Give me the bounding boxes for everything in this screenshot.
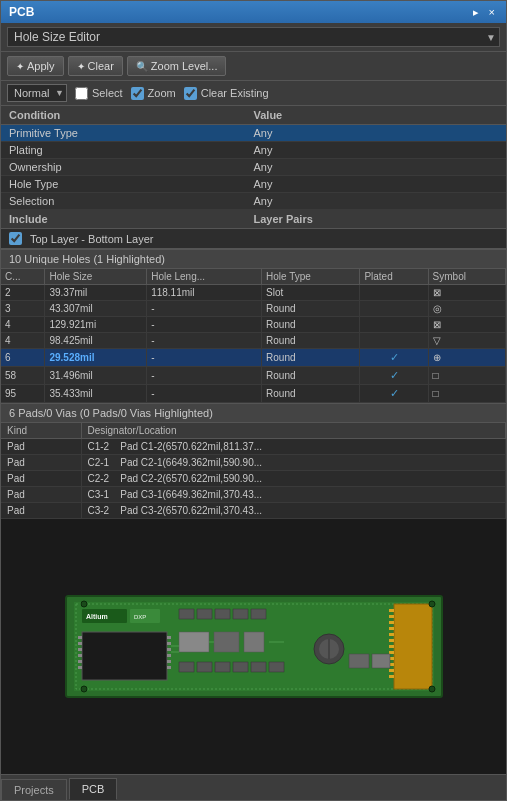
layer-pair-value: Top Layer - Bottom Layer	[30, 233, 498, 245]
pads-header-row: Kind Designator/Location	[1, 423, 506, 439]
table-row[interactable]: Pad C2-2 Pad C2-2(6570.622mil,590.90...	[1, 471, 506, 487]
plated-check-icon: ✓	[390, 387, 399, 399]
include-col-header: Include	[9, 213, 254, 225]
tab-pcb[interactable]: PCB	[69, 778, 118, 800]
condition-row-selection[interactable]: Selection Any	[1, 193, 506, 210]
table-row[interactable]: Pad C3-2 Pad C3-2(6570.622mil,370.43...	[1, 503, 506, 519]
table-row-highlighted[interactable]: 6 29.528mil - Round ✓ ⊕	[1, 349, 506, 367]
pads-section: 6 Pads/0 Vias (0 Pads/0 Vias Highlighted…	[1, 403, 506, 519]
zoom-icon: 🔍	[136, 61, 148, 72]
title-bar: PCB ▸ ×	[1, 1, 506, 23]
svg-rect-13	[78, 666, 82, 669]
table-row[interactable]: 2 39.37mil 118.11mil Slot ⊠	[1, 285, 506, 301]
svg-rect-28	[394, 604, 432, 689]
holes-table-wrapper: C... Hole Size Hole Leng... Hole Type Pl…	[1, 269, 506, 403]
svg-rect-10	[78, 648, 82, 651]
svg-rect-29	[389, 609, 394, 612]
table-row[interactable]: 4 129.921mi - Round ⊠	[1, 317, 506, 333]
clear-existing-checkbox[interactable]	[184, 87, 197, 100]
table-row[interactable]: Pad C1-2 Pad C1-2(6570.622mil,811.37...	[1, 439, 506, 455]
hole-symbol-col-header: Symbol	[428, 269, 505, 285]
clear-existing-checkbox-group[interactable]: Clear Existing	[184, 87, 269, 100]
svg-rect-59	[372, 654, 390, 668]
tool-selector[interactable]: Hole Size Editor	[7, 27, 500, 47]
table-row[interactable]: 58 31.496mil - Round ✓ □	[1, 367, 506, 385]
condition-row-primitive[interactable]: Primitive Type Any	[1, 125, 506, 142]
svg-rect-30	[389, 615, 394, 618]
svg-rect-33	[389, 633, 394, 636]
hole-size-col-header: Hole Size	[45, 269, 147, 285]
svg-rect-19	[167, 666, 171, 669]
holes-table: C... Hole Size Hole Leng... Hole Type Pl…	[1, 269, 506, 403]
plated-check-icon: ✓	[390, 369, 399, 381]
svg-rect-51	[215, 662, 230, 672]
select-checkbox-group[interactable]: Select	[75, 87, 123, 100]
table-row[interactable]: Pad C2-1 Pad C2-1(6649.362mil,590.90...	[1, 455, 506, 471]
svg-rect-27	[244, 632, 264, 652]
conditions-table: Condition Value Primitive Type Any Plati…	[1, 106, 506, 210]
filter-bar: Normal ▼ Select Zoom Clear Existing	[1, 81, 506, 106]
include-header: Include Layer Pairs	[1, 210, 506, 229]
svg-text:Altium: Altium	[86, 613, 108, 620]
zoom-checkbox[interactable]	[131, 87, 144, 100]
layer-pairs-col-header: Layer Pairs	[254, 213, 499, 225]
svg-rect-20	[179, 609, 194, 619]
condition-row-hole-type[interactable]: Hole Type Any	[1, 176, 506, 193]
include-section: Include Layer Pairs Top Layer - Bottom L…	[1, 210, 506, 249]
conditions-header: Condition Value	[1, 106, 506, 125]
svg-rect-52	[233, 662, 248, 672]
apply-icon: ✦	[16, 61, 24, 72]
hole-type-col-header: Hole Type	[262, 269, 360, 285]
clear-icon: ✦	[77, 61, 85, 72]
svg-rect-36	[389, 651, 394, 654]
tab-bar: Projects PCB	[1, 774, 506, 800]
filter-mode-selector[interactable]: Normal	[7, 84, 67, 102]
table-row[interactable]: 4 98.425mil - Round ▽	[1, 333, 506, 349]
svg-rect-26	[214, 632, 239, 652]
table-row[interactable]: 3 43.307mil - Round ◎	[1, 301, 506, 317]
apply-button[interactable]: ✦ Apply	[7, 56, 64, 76]
pcb-preview[interactable]: Altium DXP	[1, 519, 506, 774]
hole-length-col-header: Hole Leng...	[147, 269, 262, 285]
svg-rect-15	[167, 642, 171, 645]
table-row[interactable]: Pad C3-1 Pad C3-1(6649.362mil,370.43...	[1, 487, 506, 503]
svg-point-41	[81, 601, 87, 607]
svg-rect-40	[389, 675, 394, 678]
svg-rect-49	[179, 662, 194, 672]
zoom-checkbox-group[interactable]: Zoom	[131, 87, 176, 100]
clear-button[interactable]: ✦ Clear	[68, 56, 123, 76]
svg-rect-11	[78, 654, 82, 657]
svg-rect-17	[167, 654, 171, 657]
pad-kind-col-header: Kind	[1, 423, 81, 439]
layer-pair-checkbox[interactable]	[9, 232, 22, 245]
pads-table: Kind Designator/Location Pad C1-2 Pad C1…	[1, 423, 506, 519]
svg-rect-32	[389, 627, 394, 630]
zoom-level-button[interactable]: 🔍 Zoom Level...	[127, 56, 227, 76]
table-row[interactable]: 95 35.433mil - Round ✓ □	[1, 385, 506, 403]
svg-rect-16	[167, 648, 171, 651]
holes-title: 10 Unique Holes (1 Highlighted)	[9, 253, 165, 265]
condition-col-header: Condition	[9, 109, 254, 121]
window-title: PCB	[9, 5, 34, 19]
svg-rect-34	[389, 639, 394, 642]
svg-rect-35	[389, 645, 394, 648]
svg-rect-12	[78, 660, 82, 663]
include-row: Top Layer - Bottom Layer	[1, 229, 506, 248]
holes-table-header-row: C... Hole Size Hole Leng... Hole Type Pl…	[1, 269, 506, 285]
pin-button[interactable]: ▸	[470, 6, 482, 19]
pad-designator-col-header: Designator/Location	[81, 423, 506, 439]
holes-section: 10 Unique Holes (1 Highlighted) C... Hol…	[1, 249, 506, 403]
svg-point-44	[429, 686, 435, 692]
hole-plated-col-header: Plated	[360, 269, 428, 285]
close-button[interactable]: ×	[486, 6, 498, 19]
hole-count-col-header: C...	[1, 269, 45, 285]
condition-row-ownership[interactable]: Ownership Any	[1, 159, 506, 176]
tab-projects[interactable]: Projects	[1, 779, 67, 800]
pads-title-bar: 6 Pads/0 Vias (0 Pads/0 Vias Highlighted…	[1, 403, 506, 423]
svg-rect-9	[78, 642, 82, 645]
pcb-board-svg: Altium DXP	[64, 594, 444, 699]
select-checkbox[interactable]	[75, 87, 88, 100]
svg-rect-18	[167, 660, 171, 663]
svg-text:DXP: DXP	[134, 614, 146, 620]
condition-row-plating[interactable]: Plating Any	[1, 142, 506, 159]
